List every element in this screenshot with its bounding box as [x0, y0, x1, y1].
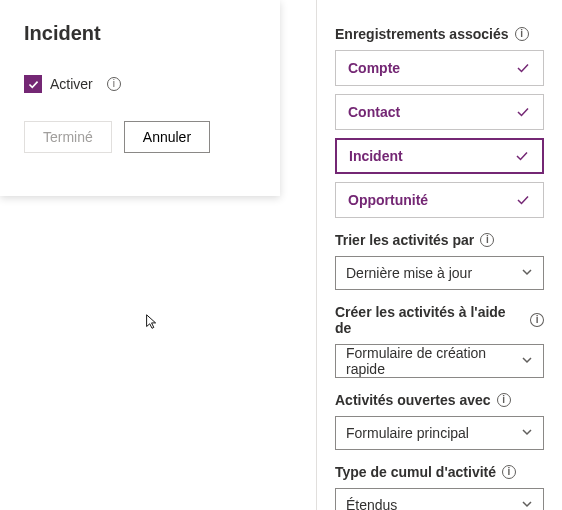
record-item-opportunite[interactable]: Opportunité [335, 182, 544, 218]
sort-activities-label-text: Trier les activités par [335, 232, 474, 248]
create-activities-label-text: Créer les activités à l'aide de [335, 304, 524, 336]
select-value: Formulaire principal [346, 425, 469, 441]
chevron-down-icon [521, 353, 533, 369]
select-value: Étendus [346, 497, 397, 510]
open-activities-label: Activités ouvertes avec i [335, 392, 544, 408]
button-row: Terminé Annuler [24, 121, 256, 153]
associated-records-label-text: Enregistrements associés [335, 26, 509, 42]
activate-label: Activer [50, 76, 93, 92]
rollup-type-label-text: Type de cumul d'activité [335, 464, 496, 480]
page-title: Incident [24, 22, 256, 45]
checkmark-icon [514, 148, 530, 164]
select-value: Formulaire de création rapide [346, 345, 521, 377]
mouse-cursor-icon [143, 313, 161, 331]
chevron-down-icon [521, 497, 533, 510]
rollup-type-select[interactable]: Étendus [335, 488, 544, 510]
record-item-label: Opportunité [348, 192, 428, 208]
record-item-compte[interactable]: Compte [335, 50, 544, 86]
record-item-label: Contact [348, 104, 400, 120]
select-value: Dernière mise à jour [346, 265, 472, 281]
record-item-contact[interactable]: Contact [335, 94, 544, 130]
info-icon[interactable]: i [515, 27, 529, 41]
chevron-down-icon [521, 425, 533, 441]
done-button: Terminé [24, 121, 112, 153]
sort-activities-label: Trier les activités par i [335, 232, 544, 248]
info-icon[interactable]: i [502, 465, 516, 479]
activate-checkbox[interactable] [24, 75, 42, 93]
settings-panel: Enregistrements associés i Compte Contac… [316, 0, 562, 510]
activate-row: Activer i [24, 75, 256, 93]
record-item-label: Compte [348, 60, 400, 76]
create-activities-select[interactable]: Formulaire de création rapide [335, 344, 544, 378]
chevron-down-icon [521, 265, 533, 281]
info-icon[interactable]: i [497, 393, 511, 407]
info-icon[interactable]: i [480, 233, 494, 247]
rollup-type-label: Type de cumul d'activité i [335, 464, 544, 480]
checkmark-icon [515, 104, 531, 120]
info-icon[interactable]: i [530, 313, 544, 327]
checkmark-icon [515, 192, 531, 208]
create-activities-label: Créer les activités à l'aide de i [335, 304, 544, 336]
associated-records-label: Enregistrements associés i [335, 26, 544, 42]
open-activities-label-text: Activités ouvertes avec [335, 392, 491, 408]
info-icon[interactable]: i [107, 77, 121, 91]
sort-activities-select[interactable]: Dernière mise à jour [335, 256, 544, 290]
checkmark-icon [515, 60, 531, 76]
record-item-incident[interactable]: Incident [335, 138, 544, 174]
cancel-button[interactable]: Annuler [124, 121, 210, 153]
incident-dialog: Incident Activer i Terminé Annuler [0, 0, 280, 196]
open-activities-select[interactable]: Formulaire principal [335, 416, 544, 450]
record-item-label: Incident [349, 148, 403, 164]
